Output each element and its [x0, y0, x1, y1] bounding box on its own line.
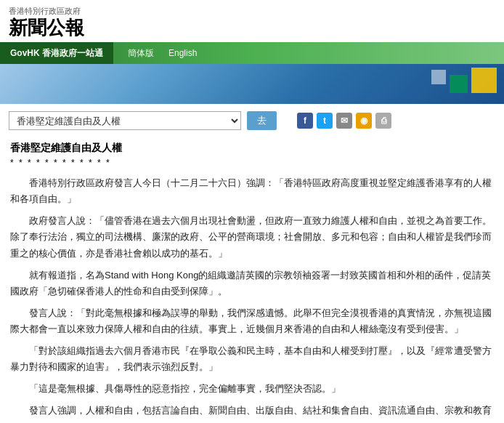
print-icon[interactable]: ⎙: [375, 113, 391, 129]
search-area: 香港堅定維護自由及人權 去 f t ✉ ◉ ⎙: [0, 104, 504, 137]
rss-icon[interactable]: ◉: [356, 113, 372, 129]
banner: [0, 64, 504, 104]
article-stars: * * * * * * * * * * * *: [10, 158, 494, 168]
article-paragraph-1: 香港特別行政區政府發言人今日（十二月二十六日）強調：「香港特區政府高度重視並堅定…: [10, 175, 494, 207]
navbar-link-simplified[interactable]: 簡体版: [121, 47, 161, 60]
banner-square3: [431, 70, 446, 84]
content-area: 香港堅定維護自由及人權 * * * * * * * * * * * * 香港特別…: [0, 137, 504, 423]
header: 香港特別行政區政府 新聞公報: [0, 0, 504, 42]
article-body: 香港特別行政區政府發言人今日（十二月二十六日）強調：「香港特區政府高度重視並堅定…: [10, 175, 494, 419]
navbar-link-english[interactable]: English: [161, 48, 204, 58]
search-button[interactable]: 去: [247, 111, 277, 130]
email-icon[interactable]: ✉: [336, 113, 352, 129]
article-paragraph-4: 發言人說：「對此毫無根據和極為誤導的舉動，我們深感遺憾。此舉不但完全漠視香港的真…: [10, 305, 494, 337]
navbar-brand[interactable]: GovHK 香港政府一站通: [0, 42, 113, 64]
article-paragraph-6: 「這是毫無根據、具傷辱性的惡意指控，完全偏離事實，我們堅決否認。」: [10, 381, 494, 397]
header-title: 新聞公報: [9, 17, 495, 39]
article-title: 香港堅定維護自由及人權: [10, 142, 494, 155]
banner-square1: [471, 68, 497, 93]
topic-select[interactable]: 香港堅定維護自由及人權: [9, 111, 241, 130]
navbar: GovHK 香港政府一站通 簡体版 English: [0, 42, 504, 64]
article-paragraph-2: 政府發言人說：「儘管香港在過去六個月出現社會動盪，但政府一直致力維護人權和自由，…: [10, 213, 494, 261]
article-paragraph-5: 「對於該組織指過去六個月香港市民『在爭取公義和民主時，基本自由和人權受到打壓』，…: [10, 343, 494, 375]
twitter-icon[interactable]: t: [317, 113, 333, 129]
banner-decoration: [417, 64, 504, 104]
banner-square2: [450, 75, 468, 93]
navbar-links: 簡体版 English: [113, 47, 211, 60]
article-paragraph-3: 就有報道指，名為Stand with Hong Kong的組織邀請英國的宗教領袖…: [10, 267, 494, 299]
header-subtitle: 香港特別行政區政府: [9, 6, 495, 17]
article-paragraph-7: 發言人強調，人權和自由，包括言論自由、新聞自由、出版自由、結社和集會自由、資訊流…: [10, 403, 494, 419]
social-icons: f t ✉ ◉ ⎙: [297, 113, 391, 129]
facebook-icon[interactable]: f: [297, 113, 313, 129]
